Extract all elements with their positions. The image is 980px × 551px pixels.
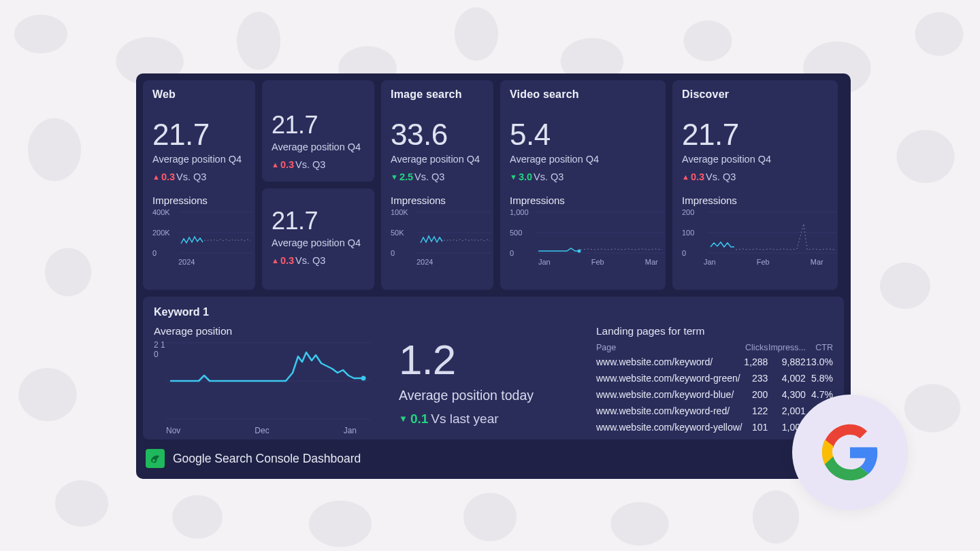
- x-axis-labels: Jan Feb Mar: [708, 258, 828, 266]
- metric-subtitle: Average position Q4: [510, 154, 656, 165]
- card-title: Web: [152, 88, 246, 101]
- table-row[interactable]: www.website.com/keyword-red/1222,001: [596, 403, 833, 419]
- metric-value: 21.7: [682, 120, 828, 150]
- split-cards-column: 21.7 Average position Q4 ▲ 0.3 Vs. Q3 21…: [262, 80, 374, 290]
- metric-value: 21.7: [272, 209, 365, 233]
- keyword-subtitle: Average position today: [399, 388, 569, 403]
- arrow-up-icon: ▲: [272, 256, 279, 265]
- card-split-bottom[interactable]: 21.7 Average position Q4 ▲ 0.3 Vs. Q3: [262, 188, 374, 290]
- metric-cards-row: Web 21.7 Average position Q4 ▲ 0.3 Vs. Q…: [143, 80, 844, 290]
- dashboard-panel: Web 21.7 Average position Q4 ▲ 0.3 Vs. Q…: [136, 73, 851, 479]
- table-row[interactable]: www.website.com/keyword-blue/2004,3004.7…: [596, 386, 833, 403]
- metric-value: 33.6: [391, 120, 484, 150]
- impressions-label: Impressions: [682, 195, 828, 206]
- card-video-search[interactable]: Video search 5.4 Average position Q4 ▼ 3…: [500, 80, 666, 290]
- landing-pages-table: Landing pages for term Page Clicks Impre…: [596, 325, 833, 439]
- impressions-label: Impressions: [152, 195, 246, 206]
- metric-subtitle: Average position Q4: [682, 154, 828, 165]
- keyword-summary: 1.2 Average position today ▼ 0.1 Vs last…: [399, 325, 569, 439]
- arrow-down-icon: ▼: [391, 173, 398, 181]
- metric-change: ▲ 0.3 Vs. Q3: [272, 159, 365, 170]
- dashboard-title: Google Search Console Dashboard: [173, 452, 361, 466]
- keyword-value: 1.2: [399, 339, 569, 381]
- x-axis-label: 2024: [416, 258, 484, 266]
- arrow-up-icon: ▲: [272, 161, 279, 169]
- keyword-change: ▼ 0.1 Vs last year: [399, 412, 569, 427]
- google-logo-badge: [792, 395, 908, 510]
- card-title: Video search: [510, 88, 656, 101]
- svg-point-16: [361, 376, 366, 381]
- google-icon: [821, 423, 879, 482]
- keyword-row: Keyword 1 Average position 2 1 0: [143, 297, 844, 439]
- dashboard-footer: Google Search Console Dashboard: [143, 446, 844, 472]
- arrow-down-icon: ▼: [510, 173, 517, 181]
- metric-change: ▲ 0.3 Vs. Q3: [272, 255, 365, 266]
- table-title: Landing pages for term: [596, 325, 833, 337]
- metric-subtitle: Average position Q4: [272, 237, 365, 248]
- keyword-chart: Average position 2 1 0: [154, 325, 372, 439]
- metric-subtitle: Average position Q4: [391, 154, 484, 165]
- card-discover[interactable]: Discover 21.7 Average position Q4 ▲ 0.3 …: [672, 80, 838, 290]
- col-clicks[interactable]: Clicks: [744, 341, 768, 354]
- svg-point-17: [152, 459, 155, 462]
- brand-logo-icon: [146, 449, 165, 468]
- impressions-chart-discover: 200 100 0 Jan Feb Mar: [682, 209, 828, 266]
- metric-value: 21.7: [272, 113, 365, 137]
- impressions-chart-web: 400K 200K 0 2024: [152, 209, 246, 266]
- impressions-chart-video: 1,000 500 0 Jan Feb Mar: [510, 209, 656, 266]
- keyword-title: Keyword 1: [154, 306, 833, 318]
- card-image-search[interactable]: Image search 33.6 Average position Q4 ▼ …: [381, 80, 493, 290]
- impressions-label: Impressions: [510, 195, 656, 206]
- card-split-top[interactable]: 21.7 Average position Q4 ▲ 0.3 Vs. Q3: [262, 80, 374, 182]
- table-row[interactable]: www.website.com/keyword-green/2334,0025.…: [596, 370, 833, 386]
- col-page[interactable]: Page: [596, 341, 744, 354]
- keyword-chart-label: Average position: [154, 325, 372, 337]
- card-title: Image search: [391, 88, 484, 101]
- metric-subtitle: Average position Q4: [152, 154, 246, 165]
- arrow-up-icon: ▲: [152, 173, 160, 181]
- metric-change: ▼ 2.5 Vs. Q3: [391, 171, 484, 182]
- card-keyword[interactable]: Keyword 1 Average position 2 1 0: [143, 297, 844, 439]
- card-web[interactable]: Web 21.7 Average position Q4 ▲ 0.3 Vs. Q…: [143, 80, 255, 290]
- col-impr[interactable]: Impress...: [768, 341, 805, 354]
- metric-change: ▼ 3.0 Vs. Q3: [510, 171, 656, 182]
- arrow-up-icon: ▲: [682, 173, 689, 181]
- metric-change: ▲ 0.3 Vs. Q3: [682, 171, 828, 182]
- impressions-label: Impressions: [391, 195, 484, 206]
- metric-change: ▲ 0.3 Vs. Q3: [152, 171, 246, 182]
- table-row[interactable]: www.website.com/keyword/1,2889,88213.0%: [596, 354, 833, 370]
- svg-point-9: [578, 250, 581, 253]
- x-axis-label: 2024: [178, 258, 246, 266]
- x-axis-labels: Nov Dec Jan: [166, 426, 357, 435]
- arrow-down-icon: ▼: [399, 414, 408, 424]
- col-ctr[interactable]: CTR: [806, 341, 833, 354]
- metric-value: 5.4: [510, 120, 656, 150]
- metric-subtitle: Average position Q4: [272, 141, 365, 152]
- metric-value: 21.7: [152, 120, 246, 150]
- impressions-chart-image: 100K 50K 0 2024: [391, 209, 484, 266]
- x-axis-labels: Jan Feb Mar: [536, 258, 656, 266]
- card-title: Discover: [682, 88, 828, 101]
